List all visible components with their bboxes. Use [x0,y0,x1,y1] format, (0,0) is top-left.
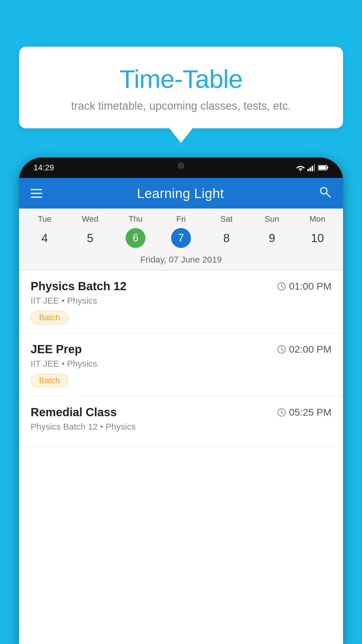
schedule-time-2: 02:00 PM [277,344,331,355]
day-thu: Thu [113,214,158,224]
schedule-title-3: Remedial Class [31,406,117,419]
dates-row: 4 5 6 7 8 9 10 [19,227,343,252]
status-bar: 14:29 [19,158,343,178]
clock-icon-1 [277,282,286,291]
date-5[interactable]: 5 [67,228,113,248]
clock-icon-3 [277,408,286,417]
app-bar: Learning Light [19,178,343,209]
speech-bubble-arrow [169,128,193,143]
batch-badge-2: Batch [31,374,68,387]
schedule-item-2[interactable]: JEE Prep 02:00 PM IIT JEE • Physics Batc… [19,333,343,396]
svg-line-15 [282,349,283,351]
date-7-selected[interactable]: 7 [171,228,191,248]
schedule-title-2: JEE Prep [31,343,82,356]
schedule-item-2-header: JEE Prep 02:00 PM [31,343,331,356]
search-button[interactable] [319,186,331,201]
bubble-subtitle: track timetable, upcoming classes, tests… [36,100,326,112]
status-time: 14:29 [34,163,54,172]
day-wed: Wed [67,214,113,224]
wifi-icon [296,164,305,171]
batch-badge-1: Batch [31,311,68,324]
phone-camera [178,162,184,169]
battery-icon [318,165,328,171]
status-icons [296,164,328,171]
speech-bubble: Time-Table track timetable, upcoming cla… [19,47,343,128]
phone-frame: 14:29 [19,158,343,644]
schedule-item-3[interactable]: Remedial Class 05:25 PM Physics Batch 12… [19,396,343,446]
svg-rect-3 [312,166,313,171]
svg-rect-1 [307,169,309,171]
calendar-bar: Tue Wed Thu Fri Sat Sun Mon 4 5 6 7 8 9 … [19,209,343,270]
date-10[interactable]: 10 [295,228,340,248]
schedule-subtitle-1: IIT JEE • Physics [31,296,331,306]
speech-bubble-container: Time-Table track timetable, upcoming cla… [19,47,343,143]
day-tue: Tue [22,214,67,224]
schedule-subtitle-3: Physics Batch 12 • Physics [31,422,331,432]
date-8[interactable]: 8 [204,228,249,248]
clock-icon-2 [277,345,286,354]
bubble-title: Time-Table [36,64,326,94]
schedule-item-3-header: Remedial Class 05:25 PM [31,406,331,419]
schedule-time-1: 01:00 PM [277,281,331,292]
day-fri: Fri [158,214,204,224]
schedule-time-3: 05:25 PM [277,407,331,418]
day-sun: Sun [249,214,295,224]
day-sat: Sat [204,214,249,224]
days-header: Tue Wed Thu Fri Sat Sun Mon [19,209,343,227]
date-4[interactable]: 4 [22,228,67,248]
schedule-list: Physics Batch 12 01:00 PM IIT JEE • Phys… [19,270,343,644]
schedule-item-1[interactable]: Physics Batch 12 01:00 PM IIT JEE • Phys… [19,270,343,333]
schedule-item-1-header: Physics Batch 12 01:00 PM [31,280,331,293]
schedule-subtitle-2: IIT JEE • Physics [31,359,331,369]
svg-point-0 [300,170,301,172]
svg-rect-6 [327,167,328,169]
svg-rect-4 [314,164,315,171]
svg-rect-2 [310,167,311,171]
day-mon: Mon [295,214,340,224]
menu-button[interactable] [31,189,42,198]
date-6-today[interactable]: 6 [126,228,145,248]
selected-date-label: Friday, 07 June 2019 [19,252,343,270]
date-9[interactable]: 9 [249,228,295,248]
signal-icon [307,164,316,171]
schedule-title-1: Physics Batch 12 [31,280,126,293]
svg-line-12 [282,286,283,288]
phone-notch [164,158,198,174]
svg-line-18 [282,412,283,414]
svg-rect-7 [319,166,326,169]
app-title: Learning Light [137,186,224,201]
svg-line-9 [326,193,330,197]
